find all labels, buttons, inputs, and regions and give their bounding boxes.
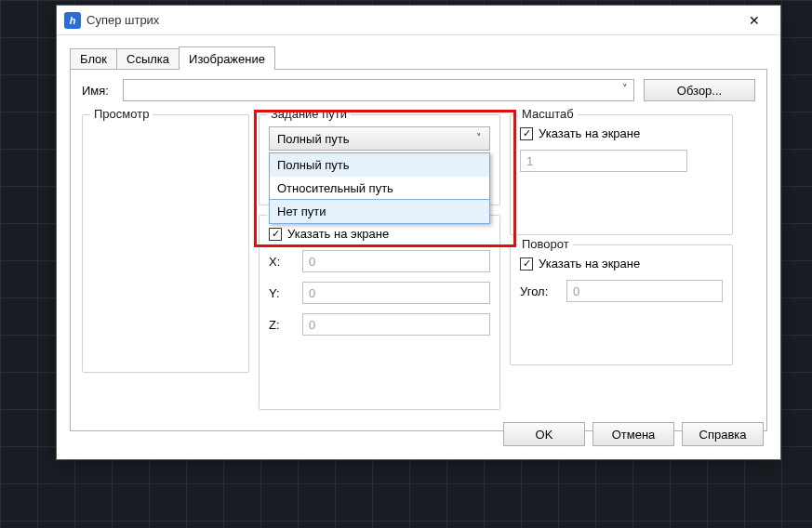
rotation-specify-checkbox[interactable]: ✓ [520, 257, 533, 271]
tab-image[interactable]: Изображение [179, 46, 275, 70]
path-select[interactable]: Полный путь [269, 126, 490, 151]
ok-button[interactable]: OK [503, 422, 585, 446]
insert-specify-checkbox[interactable]: ✓ [269, 228, 282, 241]
window-title: Супер штрих [87, 13, 736, 27]
path-option-relative[interactable]: Относительный путь [270, 177, 489, 200]
scale-legend: Масштаб [518, 107, 578, 121]
z-input[interactable]: 0 [302, 313, 490, 336]
path-dropdown-list: Полный путь Относительный путь Нет пути [269, 152, 490, 224]
fieldset-path: Задание пути Полный путь Полный путь Отн… [259, 114, 500, 205]
angle-label: Угол: [520, 284, 559, 298]
angle-input[interactable]: 0 [566, 280, 723, 302]
rotation-legend: Поворот [518, 237, 573, 251]
y-input[interactable]: 0 [302, 282, 490, 304]
scale-input[interactable]: 1 [520, 150, 687, 172]
name-row: Имя: Обзор... [82, 79, 755, 101]
rotation-specify-label: Указать на экране [539, 257, 640, 271]
dialog-super-hatch: h Супер штрих ✕ Блок Ссылка Изображение … [56, 5, 781, 460]
fieldset-scale: Масштаб ✓ Указать на экране 1 [510, 114, 733, 235]
fieldset-insert-point: Точка вставки ✓ Указать на экране X: 0 Y… [259, 215, 500, 410]
preview-legend: Просмотр [90, 107, 153, 121]
titlebar: h Супер штрих ✕ [57, 6, 780, 35]
dialog-buttons: OK Отмена Справка [503, 422, 764, 446]
scale-specify-label: Указать на экране [539, 126, 640, 140]
help-button[interactable]: Справка [682, 422, 764, 446]
scale-specify-checkbox[interactable]: ✓ [520, 127, 533, 140]
tab-strip: Блок Ссылка Изображение [70, 45, 767, 69]
path-option-full[interactable]: Полный путь [270, 153, 489, 177]
fieldset-rotation: Поворот ✓ Указать на экране Угол: 0 [510, 244, 733, 365]
close-icon: ✕ [749, 13, 760, 28]
name-label: Имя: [82, 84, 113, 98]
x-input[interactable]: 0 [302, 250, 490, 272]
app-icon: h [64, 12, 81, 29]
fieldset-preview: Просмотр [82, 114, 249, 373]
z-label: Z: [269, 318, 295, 332]
close-button[interactable]: ✕ [736, 7, 773, 33]
insert-specify-label: Указать на экране [287, 227, 389, 241]
path-selected-value: Полный путь [277, 132, 350, 146]
x-label: X: [269, 255, 295, 269]
browse-button[interactable]: Обзор... [644, 79, 755, 101]
cancel-button[interactable]: Отмена [592, 422, 674, 446]
tab-block[interactable]: Блок [70, 48, 117, 69]
path-legend: Задание пути [267, 107, 351, 121]
dialog-body: Блок Ссылка Изображение Имя: Обзор... Пр… [57, 35, 780, 444]
name-select[interactable] [123, 79, 634, 101]
y-label: Y: [269, 286, 295, 300]
tab-pane-image: Имя: Обзор... Просмотр Задание пути Полн… [70, 69, 767, 431]
path-option-none[interactable]: Нет пути [269, 199, 490, 224]
tab-link[interactable]: Ссылка [116, 48, 180, 69]
